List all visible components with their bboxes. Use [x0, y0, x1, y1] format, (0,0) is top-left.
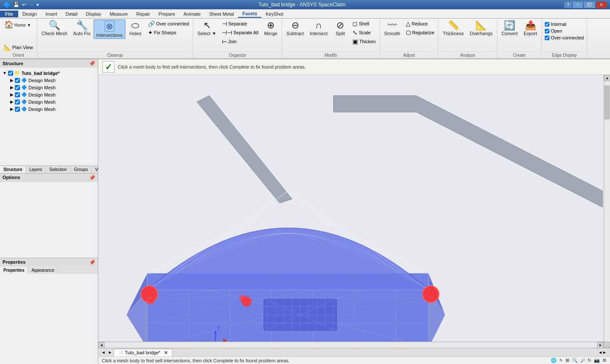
- status-globe-icon[interactable]: 🌐: [551, 358, 557, 363]
- tree-item-2[interactable]: ▶ 🔷 Design Mesh: [2, 84, 96, 91]
- doc-tab-close[interactable]: ✕: [162, 350, 168, 356]
- merge-btn[interactable]: ⊕ Merge: [261, 19, 280, 37]
- internal-check[interactable]: Internal: [543, 21, 568, 27]
- open-checkbox[interactable]: [545, 29, 549, 33]
- export-btn[interactable]: 📤 Export: [521, 19, 540, 37]
- properties-pin-icon[interactable]: 📌: [89, 259, 95, 265]
- viewport[interactable]: Intersections Tool: [98, 75, 610, 348]
- tree-expand-5[interactable]: ▶: [10, 107, 14, 111]
- scroll-left-btn[interactable]: ◄: [98, 342, 105, 348]
- convert-btn[interactable]: 🔄 Convert: [499, 19, 521, 37]
- tree-item-4-check[interactable]: [15, 99, 20, 105]
- quick-access-save[interactable]: 💾: [13, 2, 19, 8]
- regularize-btn[interactable]: ⬡ Regularize: [404, 28, 437, 37]
- menu-file[interactable]: File: [0, 11, 18, 17]
- overhangs-btn[interactable]: 📐 Overhangs: [467, 19, 495, 37]
- doc-tab-main[interactable]: 📄 Tuto_bad bridge* ✕: [114, 349, 172, 356]
- separate-btn[interactable]: ⊣ Separate: [220, 19, 261, 28]
- quick-access-undo[interactable]: ↩: [22, 2, 26, 8]
- minimize-btn[interactable]: ─: [573, 2, 583, 8]
- menu-sheetmetal[interactable]: Sheet Metal: [205, 11, 238, 17]
- tree-root[interactable]: ▼ 📁 Tuto_bad bridge*: [2, 69, 96, 77]
- prop-tab-properties[interactable]: Properties: [0, 267, 28, 274]
- structure-pin-icon[interactable]: 📌: [89, 61, 95, 66]
- tree-root-check[interactable]: [8, 71, 13, 76]
- tree-expand-2[interactable]: ▶: [10, 85, 14, 90]
- menu-display[interactable]: Display: [82, 11, 105, 17]
- scroll-up-btn[interactable]: ▲: [604, 75, 610, 81]
- scroll-thumb-v[interactable]: [604, 85, 610, 119]
- tree-expand-3[interactable]: ▶: [10, 92, 14, 97]
- subtract-btn[interactable]: ⊖ Subtract: [284, 19, 306, 37]
- home-btn[interactable]: 🏠 Home ▼: [2, 19, 33, 30]
- menu-prepare[interactable]: Prepare: [154, 11, 179, 17]
- menu-facets[interactable]: Facets: [238, 10, 261, 18]
- tree-item-4[interactable]: ▶ 🔷 Design Mesh: [2, 98, 96, 105]
- tree-expand-1[interactable]: ▶: [10, 78, 14, 83]
- holes-btn[interactable]: ⬭ Holes: [126, 19, 145, 37]
- status-rotate-icon[interactable]: ↻: [588, 358, 591, 363]
- intersect-btn[interactable]: ∩ Intersect: [307, 19, 330, 37]
- menu-measure[interactable]: Measure: [105, 11, 132, 17]
- separate-all-btn[interactable]: ⊣⊣ Separate All: [220, 28, 261, 37]
- tab-groups[interactable]: Groups: [71, 166, 92, 173]
- tab-selection[interactable]: Selection: [46, 166, 70, 173]
- quick-access-redo[interactable]: ↪: [29, 2, 33, 8]
- tree-item-1[interactable]: ▶ 🔷 Design Mesh: [2, 77, 96, 84]
- check-mesh-btn[interactable]: 🔍 Check Mesh: [39, 19, 70, 37]
- horizontal-scrollbar[interactable]: ◄ ►: [98, 342, 604, 348]
- tab-nav-left[interactable]: ◄: [100, 350, 107, 355]
- menu-design[interactable]: Design: [18, 11, 41, 17]
- select-btn[interactable]: ↖ Select ▼: [195, 19, 219, 37]
- status-cursor-icon[interactable]: ↖: [559, 358, 563, 363]
- mesh-viewport-svg[interactable]: Z Y: [98, 75, 610, 348]
- over-connected-btn[interactable]: 🔗 Over connected: [146, 19, 191, 28]
- tree-item-2-check[interactable]: [15, 85, 20, 90]
- tab-nav-right[interactable]: ►: [107, 350, 114, 355]
- menu-repair[interactable]: Repair: [132, 11, 154, 17]
- thicken-btn[interactable]: ▣ Thicken: [350, 37, 378, 46]
- reduce-btn[interactable]: △ Reduce: [404, 19, 437, 28]
- thickness-btn[interactable]: 📏 Thickness: [440, 19, 466, 37]
- status-camera-icon[interactable]: 📷: [594, 358, 600, 363]
- tree-item-5-check[interactable]: [15, 107, 20, 112]
- close-btn[interactable]: ✕: [596, 2, 607, 8]
- over-connected-checkbox[interactable]: [545, 36, 549, 40]
- prop-tab-appearance[interactable]: Appearance: [28, 267, 58, 274]
- vertical-scrollbar[interactable]: ▲ ▼: [604, 75, 610, 348]
- scale-btn[interactable]: ⤡ Scale: [350, 28, 378, 37]
- internal-checkbox[interactable]: [545, 22, 549, 27]
- complete-button[interactable]: ✓: [103, 61, 114, 73]
- plan-view-btn[interactable]: 📐 Plan View: [2, 43, 35, 52]
- fix-sharps-btn[interactable]: ✦ Fix Sharps: [146, 28, 191, 37]
- titlebar-controls[interactable]: ? ─ ⧠ ✕: [564, 2, 607, 8]
- tab-layers[interactable]: Layers: [26, 166, 46, 173]
- status-settings-icon[interactable]: ⚙: [602, 358, 607, 363]
- tab-extra-nav[interactable]: ◄►: [596, 350, 608, 355]
- menu-keyshot[interactable]: KeyShot: [261, 11, 288, 17]
- open-check[interactable]: Open: [543, 28, 563, 34]
- status-zoom-out-icon[interactable]: 🔎: [580, 358, 585, 363]
- status-fit-icon[interactable]: ⊞: [566, 358, 569, 363]
- tab-structure[interactable]: Structure: [0, 166, 26, 173]
- smooth-btn[interactable]: 〰 Smooth: [382, 19, 403, 37]
- scroll-right-btn[interactable]: ►: [597, 342, 604, 348]
- tree-item-3[interactable]: ▶ 🔷 Design Mesh: [2, 91, 96, 98]
- menu-animate[interactable]: Animate: [179, 11, 205, 17]
- menu-detail[interactable]: Detail: [61, 11, 82, 17]
- scroll-track-h[interactable]: [105, 342, 597, 348]
- over-connected-check[interactable]: Over-connected: [543, 35, 585, 41]
- tree-item-5[interactable]: ▶ 🔷 Design Mesh: [2, 105, 96, 113]
- tree-expand-4[interactable]: ▶: [10, 99, 14, 104]
- menu-insert[interactable]: Insert: [41, 11, 61, 17]
- status-zoom-in-icon[interactable]: 🔍: [572, 358, 578, 363]
- join-btn[interactable]: ⊢ Join: [220, 37, 261, 46]
- tree-item-3-check[interactable]: [15, 92, 20, 97]
- options-pin-icon[interactable]: 📌: [89, 175, 95, 181]
- tree-item-1-check[interactable]: [15, 78, 20, 83]
- intersections-btn[interactable]: ⊗ Intersections: [94, 19, 125, 39]
- split-btn[interactable]: ⊘ Split: [331, 19, 349, 37]
- help-icon[interactable]: ?: [564, 2, 572, 8]
- tree-expand-root[interactable]: ▼: [3, 71, 7, 75]
- auto-fix-btn[interactable]: 🔧 Auto Fix: [71, 19, 93, 37]
